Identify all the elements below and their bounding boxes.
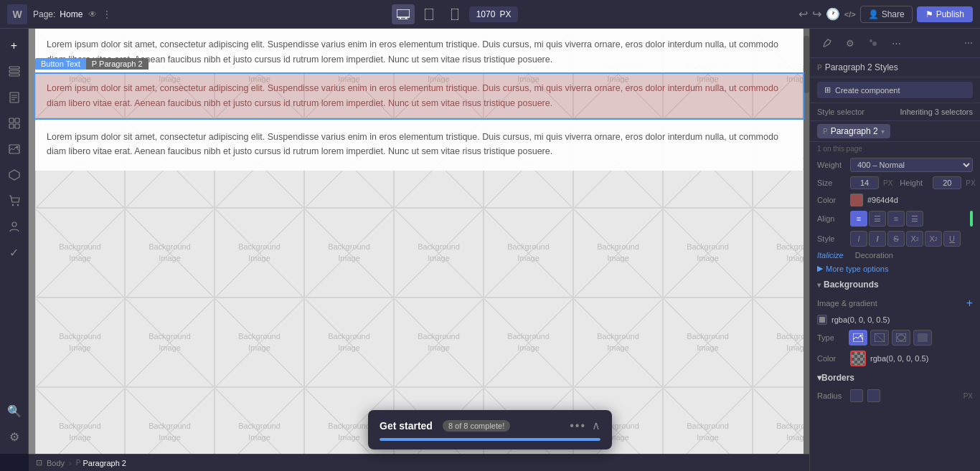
sidebar-item-pages[interactable]: [3, 86, 26, 109]
desktop-view-button[interactable]: [392, 4, 415, 24]
paragraph-2-content: Lorem ipsum dolor sit amet, consectetur …: [35, 74, 803, 118]
paragraph-3-block[interactable]: Lorem ipsum dolor sit amet, consectetur …: [35, 118, 803, 171]
undo-button[interactable]: ↩: [798, 7, 808, 21]
get-started-collapse-button[interactable]: ∧: [592, 419, 600, 432]
publish-button[interactable]: ⚑ Publish: [917, 6, 973, 22]
align-center-button[interactable]: ☰: [869, 211, 886, 227]
svg-point-22: [12, 222, 17, 227]
breadcrumb-body[interactable]: Body: [47, 459, 65, 467]
bg-tile-label: BackgroundImage: [507, 242, 550, 264]
sidebar-item-layers[interactable]: [3, 60, 26, 83]
panel-more-icon[interactable]: ⋯: [964, 38, 973, 48]
size-input[interactable]: [850, 176, 879, 189]
tablet-view-button[interactable]: [418, 4, 440, 24]
sidebar-item-add[interactable]: +: [3, 34, 26, 57]
backgrounds-section-header[interactable]: ▾ Backgrounds: [810, 275, 980, 294]
create-component-button[interactable]: ⊞ Create component: [817, 82, 973, 98]
decoration-label[interactable]: Decoration: [855, 251, 893, 260]
paragraph-tag-icon: P: [823, 128, 828, 135]
get-started-actions: ••• ∧: [570, 419, 600, 432]
add-background-button[interactable]: +: [966, 297, 973, 310]
size-row: Size PX Height PX: [810, 174, 980, 191]
sidebar-item-search[interactable]: 🔍: [3, 399, 26, 422]
bg-tile-label: BackgroundImage: [597, 331, 639, 353]
more-type-options[interactable]: ▶ More type options: [810, 262, 980, 275]
bg-tile: BackgroundImage: [484, 298, 573, 387]
history-button[interactable]: 🕐: [826, 7, 840, 21]
svg-rect-15: [9, 124, 14, 128]
bg-color-rgba: rgba(0, 0, 0, 0.5): [870, 354, 928, 363]
style-accent-bar: [970, 211, 973, 227]
bg-color-row: Color rgba(0, 0, 0, 0.5): [810, 348, 980, 368]
type-linear-button[interactable]: [870, 330, 889, 346]
color-hex-value: #964d4d: [867, 196, 898, 204]
bg-tile-label: BackgroundImage: [238, 242, 281, 264]
scrollbar[interactable]: [804, 29, 809, 454]
panel-tab-settings[interactable]: ⚙: [840, 34, 860, 52]
underline-button[interactable]: U: [943, 231, 961, 247]
image-gradient-label: Image & gradient: [817, 299, 877, 308]
panel-tab-effects[interactable]: [863, 34, 883, 52]
type-image-button[interactable]: [849, 330, 867, 346]
radius-corner-tl[interactable]: [850, 389, 863, 402]
align-row: Align ≡ ☰ ≡ ☰: [810, 209, 980, 229]
strikethrough-button[interactable]: S: [887, 231, 905, 247]
panel-tab-style[interactable]: [817, 34, 837, 52]
color-swatch[interactable]: [850, 194, 863, 206]
selected-tag-row: P Paragraph 2 ▾: [810, 121, 980, 142]
bg-entry: rgba(0, 0, 0, 0.5): [810, 313, 980, 327]
redo-button[interactable]: ↪: [812, 7, 821, 21]
paragraph-2-block[interactable]: Button Text P Paragraph 2 Lorem ipsum do…: [35, 74, 803, 118]
element-labels: Button Text P Paragraph 2: [35, 58, 149, 70]
get-started-dots-button[interactable]: •••: [570, 419, 586, 432]
logo: W: [7, 4, 27, 24]
weight-label: Weight: [817, 161, 846, 169]
code-button[interactable]: </>: [844, 10, 856, 19]
svg-rect-5: [451, 9, 458, 20]
bold-button[interactable]: I: [869, 231, 886, 247]
sidebar-item-apps[interactable]: ✓: [3, 241, 26, 264]
align-justify-button[interactable]: ☰: [906, 211, 923, 227]
align-left-button[interactable]: ≡: [850, 211, 867, 227]
sidebar-item-components[interactable]: [3, 112, 26, 135]
italic-button[interactable]: I: [850, 231, 867, 247]
italicize-label[interactable]: Italicize: [817, 251, 844, 260]
type-radial-button[interactable]: [892, 330, 910, 346]
sidebar-item-cms[interactable]: [3, 163, 26, 186]
subscript-button[interactable]: X2: [925, 231, 942, 247]
right-tools: ↩ ↪ 🕐 </> 👤 Share ⚑ Publish: [798, 6, 973, 23]
bg-tile: BackgroundImage: [215, 387, 304, 454]
eye-icon[interactable]: 👁: [88, 9, 97, 19]
breadcrumb-paragraph2[interactable]: Paragraph 2: [83, 459, 126, 467]
selector-tag[interactable]: P Paragraph 2 ▾: [817, 124, 890, 138]
get-started-title-group: Get started 8 of 8 complete!: [380, 420, 510, 432]
sidebar-item-ecommerce[interactable]: [3, 189, 26, 212]
get-started-badge: 8 of 8 complete!: [443, 420, 510, 432]
mobile-large-view-button[interactable]: [443, 4, 466, 24]
bg-tile: BackgroundImage: [394, 208, 484, 298]
panel-tab-more[interactable]: ⋯: [886, 34, 906, 52]
sidebar-item-settings[interactable]: ⚙: [3, 425, 26, 448]
style-selector-row: Style selector Inheriting 3 selectors: [810, 103, 980, 121]
align-right-button[interactable]: ≡: [887, 211, 905, 227]
bg-color-swatch-checker[interactable]: [850, 351, 866, 366]
share-button[interactable]: 👤 Share: [860, 6, 913, 23]
bg-tile: BackgroundImage: [663, 387, 753, 454]
paragraph-1-block[interactable]: Lorem ipsum dolor sit amet, consectetur …: [35, 29, 803, 74]
page-name[interactable]: Home: [60, 9, 83, 19]
superscript-button[interactable]: X2: [906, 231, 923, 247]
breadcrumb-para2-wrapper: P Paragraph 2: [76, 459, 126, 467]
weight-select[interactable]: 400 – Normal 300 – Light 700 – Bold: [850, 158, 973, 172]
bg-tile-label: BackgroundImage: [597, 242, 639, 264]
type-solid-button[interactable]: [913, 330, 932, 346]
scroll-thumb[interactable]: [804, 36, 809, 93]
borders-section-header[interactable]: ▾ Borders: [810, 368, 980, 387]
radius-corner-tr[interactable]: [867, 389, 880, 402]
bg-tile: BackgroundImage: [304, 208, 394, 298]
paragraph-icon: P: [76, 459, 81, 467]
menu-dots[interactable]: ⋮: [103, 9, 111, 19]
height-input[interactable]: [933, 176, 961, 189]
sidebar-item-assets[interactable]: [3, 138, 26, 161]
sidebar-item-members[interactable]: [3, 215, 26, 238]
bg-checkbox[interactable]: [817, 315, 827, 325]
